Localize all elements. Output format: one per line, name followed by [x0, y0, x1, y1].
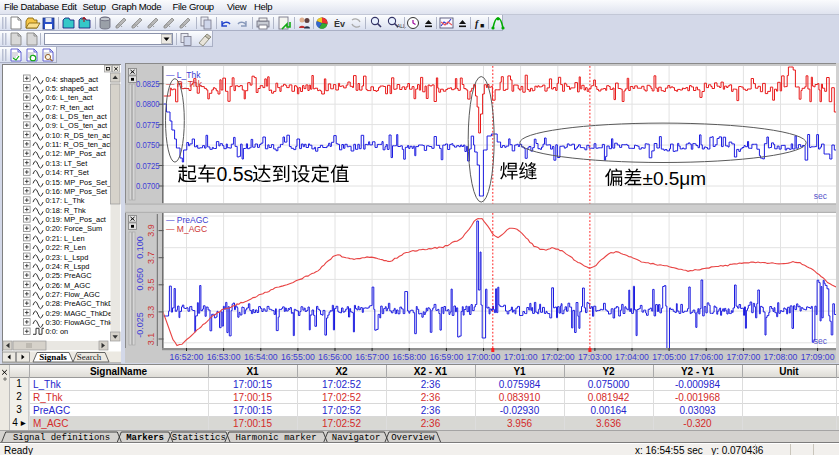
svg-text:17:00:00: 17:00:00 [467, 352, 501, 362]
svg-text:17:02:00: 17:02:00 [541, 352, 575, 362]
svg-text:16:56:00: 16:56:00 [318, 352, 352, 362]
svg-text:0.0700: 0.0700 [136, 181, 160, 191]
svg-text:16:57:00: 16:57:00 [355, 352, 389, 362]
svg-text:3.9: 3.9 [146, 224, 156, 237]
svg-text:Markers: Markers [126, 432, 164, 442]
svg-text:0.0725: 0.0725 [136, 161, 160, 171]
svg-text:±0.5μm: ±0.5μm [643, 168, 707, 189]
svg-text:-0.025: -0.025 [135, 312, 145, 338]
svg-text:17:07:00: 17:07:00 [726, 352, 760, 362]
svg-text:17:05:00: 17:05:00 [652, 352, 686, 362]
svg-text:0.100: 0.100 [135, 236, 145, 259]
svg-text:0.0775: 0.0775 [136, 120, 160, 130]
svg-text:Signal definitions: Signal definitions [13, 432, 110, 442]
svg-text:16:53:00: 16:53:00 [207, 352, 241, 362]
svg-text:17:01:00: 17:01:00 [504, 352, 538, 362]
svg-text:16:54:00: 16:54:00 [244, 352, 278, 362]
svg-text:sec: sec [814, 191, 828, 201]
svg-text:0.0825: 0.0825 [136, 79, 160, 89]
svg-text:0.0750: 0.0750 [136, 140, 160, 150]
svg-text:Statistics: Statistics [172, 432, 226, 442]
svg-text:3.7: 3.7 [146, 251, 156, 264]
svg-text:16:55:00: 16:55:00 [281, 352, 315, 362]
svg-text:17:04:00: 17:04:00 [615, 352, 649, 362]
svg-text:16:52:00: 16:52:00 [170, 352, 204, 362]
svg-text:3.1: 3.1 [146, 333, 156, 346]
svg-text:17:08:00: 17:08:00 [764, 352, 798, 362]
svg-text:17:09:00: 17:09:00 [801, 352, 835, 362]
svg-text:3.5: 3.5 [146, 279, 156, 292]
svg-text:17:06:00: 17:06:00 [689, 352, 723, 362]
svg-text:16:58:00: 16:58:00 [392, 352, 426, 362]
svg-text:3.3: 3.3 [146, 306, 156, 319]
svg-text:Overview: Overview [391, 432, 435, 442]
svg-text:0.0800: 0.0800 [136, 99, 160, 109]
svg-text:sec: sec [814, 336, 828, 346]
svg-text:Navigator: Navigator [332, 432, 381, 442]
svg-text:17:03:00: 17:03:00 [578, 352, 612, 362]
svg-text:16:59:00: 16:59:00 [429, 352, 463, 362]
svg-text:0.5s: 0.5s [217, 163, 254, 185]
svg-text:0.050: 0.050 [135, 268, 145, 291]
svg-text:Harmonic marker: Harmonic marker [236, 432, 317, 442]
svg-text:— M_AGC: — M_AGC [166, 224, 207, 234]
